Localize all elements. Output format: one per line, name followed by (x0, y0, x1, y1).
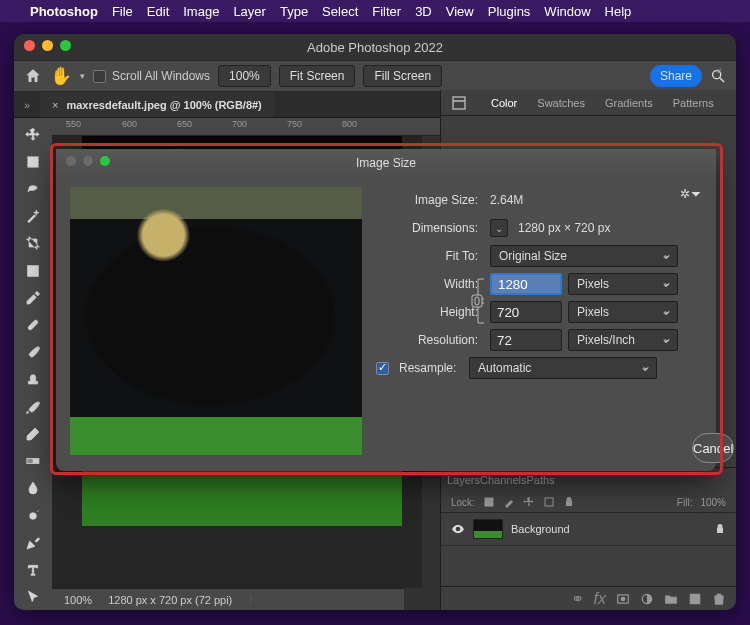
scroll-all-checkbox[interactable]: Scroll All Windows (93, 69, 210, 83)
dimensions-unit-toggle[interactable]: ⌄ (490, 219, 508, 237)
tab-layers[interactable]: Layers (447, 474, 480, 486)
lasso-tool[interactable] (18, 176, 48, 201)
constrain-link[interactable] (466, 275, 488, 327)
minimize-button[interactable] (42, 40, 53, 51)
stamp-tool[interactable] (18, 367, 48, 392)
height-input[interactable] (490, 301, 562, 323)
lock-label: Lock: (451, 497, 475, 508)
fill-value[interactable]: 100% (700, 497, 726, 508)
lock-move-icon[interactable] (523, 496, 535, 508)
status-zoom[interactable]: 100% (64, 594, 92, 606)
fit-to-select[interactable]: Original Size (490, 245, 678, 267)
dodge-tool[interactable] (18, 503, 48, 528)
lock-pixels-icon[interactable] (483, 496, 495, 508)
menubar-app[interactable]: Photoshop (30, 4, 98, 19)
tool-preset-caret[interactable]: ▾ (80, 71, 85, 81)
wand-tool[interactable] (18, 204, 48, 229)
dialog-zoom[interactable] (100, 156, 110, 166)
lock-icon[interactable] (714, 523, 726, 535)
mask-icon[interactable] (616, 592, 630, 606)
layer-thumbnail[interactable] (473, 519, 503, 539)
height-unit-select[interactable]: Pixels (568, 301, 678, 323)
resolution-unit-select[interactable]: Pixels/Inch (568, 329, 678, 351)
history-brush-tool[interactable] (18, 394, 48, 419)
dialog-minimize (83, 156, 93, 166)
lock-artboard-icon[interactable] (543, 496, 555, 508)
width-input[interactable] (490, 273, 562, 295)
menu-window[interactable]: Window (544, 4, 590, 19)
blur-tool[interactable] (18, 476, 48, 501)
size-value: 2.64M (490, 193, 523, 207)
fill-label: Fill: (677, 497, 693, 508)
svg-rect-13 (545, 498, 553, 506)
adjustment-icon[interactable] (640, 592, 654, 606)
mac-menubar: Photoshop File Edit Image Layer Type Sel… (0, 0, 750, 22)
collapse-right-dock[interactable]: « (706, 64, 732, 76)
menu-select[interactable]: Select (322, 4, 358, 19)
close-tab-icon[interactable]: × (52, 99, 58, 111)
tab-color[interactable]: Color (481, 90, 527, 115)
tab-channels[interactable]: Channels (480, 474, 526, 486)
zoom-button[interactable] (60, 40, 71, 51)
brush-tool[interactable] (18, 340, 48, 365)
layer-row[interactable]: Background (441, 513, 736, 546)
resample-checkbox[interactable] (376, 362, 389, 375)
crop-tool[interactable] (18, 231, 48, 256)
move-tool[interactable] (18, 122, 48, 147)
width-unit-select[interactable]: Pixels (568, 273, 678, 295)
gear-icon[interactable]: ✲⏷ (680, 187, 702, 201)
group-icon[interactable] (664, 592, 678, 606)
menu-edit[interactable]: Edit (147, 4, 169, 19)
layer-name[interactable]: Background (511, 523, 570, 535)
type-tool[interactable] (18, 558, 48, 583)
share-button[interactable]: Share (650, 65, 702, 87)
dialog-close[interactable] (66, 156, 76, 166)
menu-plugins[interactable]: Plugins (488, 4, 531, 19)
trash-icon[interactable] (712, 592, 726, 606)
menu-image[interactable]: Image (183, 4, 219, 19)
path-select-tool[interactable] (18, 585, 48, 610)
menu-layer[interactable]: Layer (233, 4, 266, 19)
eyedropper-tool[interactable] (18, 285, 48, 310)
fx-icon[interactable]: fx (594, 590, 606, 608)
frame-tool[interactable] (18, 258, 48, 283)
document-tab[interactable]: × maxresdefault.jpeg @ 100% (RGB/8#) (40, 92, 274, 117)
tab-paths[interactable]: Paths (527, 474, 555, 486)
new-layer-icon[interactable] (688, 592, 702, 606)
hand-tool-icon[interactable]: ✋ (50, 65, 72, 87)
pen-tool[interactable] (18, 530, 48, 555)
home-icon[interactable] (24, 67, 42, 85)
fit-screen-button[interactable]: Fit Screen (279, 65, 356, 87)
cancel-button[interactable]: Cancel (692, 433, 734, 463)
dialog-preview[interactable] (70, 187, 362, 455)
tab-swatches[interactable]: Swatches (527, 90, 595, 115)
menu-3d[interactable]: 3D (415, 4, 432, 19)
tab-gradients[interactable]: Gradients (595, 90, 663, 115)
menu-filter[interactable]: Filter (372, 4, 401, 19)
window-title: Adobe Photoshop 2022 (307, 40, 443, 55)
close-button[interactable] (24, 40, 35, 51)
marquee-tool[interactable] (18, 149, 48, 174)
tab-patterns[interactable]: Patterns (663, 90, 724, 115)
properties-icon[interactable] (451, 95, 467, 111)
zoom-field[interactable]: 100% (218, 65, 271, 87)
resolution-input[interactable] (490, 329, 562, 351)
link-layers-icon[interactable]: ⚭ (571, 589, 584, 608)
fill-screen-button[interactable]: Fill Screen (363, 65, 442, 87)
menu-help[interactable]: Help (605, 4, 632, 19)
menu-view[interactable]: View (446, 4, 474, 19)
visibility-icon[interactable] (451, 522, 465, 536)
eraser-tool[interactable] (18, 421, 48, 446)
layers-tabs: Layers Channels Paths (441, 468, 736, 492)
menu-type[interactable]: Type (280, 4, 308, 19)
lock-brush-icon[interactable] (503, 496, 515, 508)
collapse-left-dock[interactable]: » (14, 92, 40, 117)
lock-all-icon[interactable] (563, 496, 575, 508)
gradient-tool[interactable] (18, 449, 48, 474)
resample-select[interactable]: Automatic (469, 357, 657, 379)
menu-file[interactable]: File (112, 4, 133, 19)
color-panel-tabs: Color Swatches Gradients Patterns (441, 90, 736, 116)
status-caret[interactable]: 〉 (248, 592, 259, 607)
scroll-all-input[interactable] (93, 70, 106, 83)
heal-tool[interactable] (18, 313, 48, 338)
